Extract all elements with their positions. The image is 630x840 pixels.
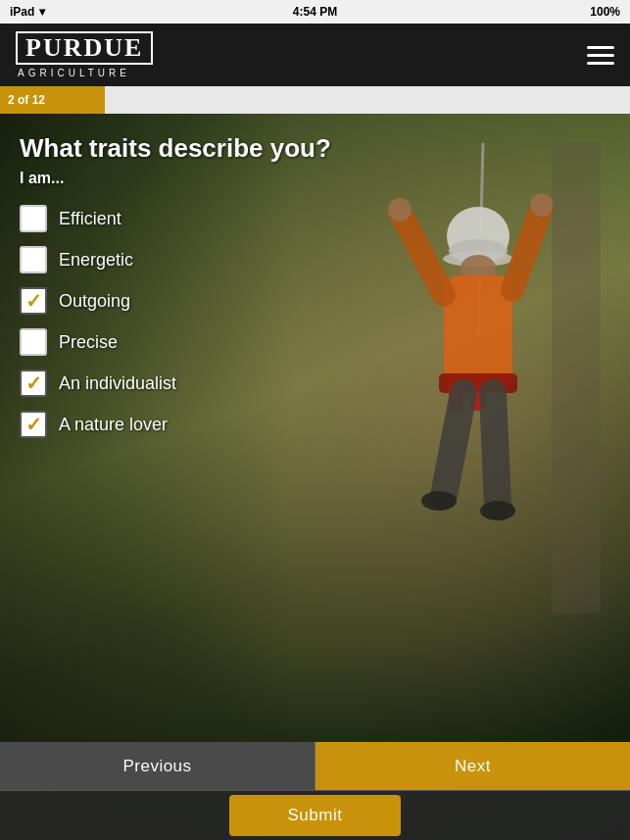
checkbox-precise[interactable] [20, 328, 47, 356]
trait-label-individualist: An individualist [59, 373, 176, 394]
next-button[interactable]: Next [315, 742, 630, 790]
progress-fill: 2 of 12 [0, 86, 105, 114]
trait-label-outgoing: Outgoing [59, 291, 130, 312]
trait-label-precise: Precise [59, 332, 118, 353]
hamburger-line-3 [587, 62, 614, 65]
trait-item-energetic[interactable]: Energetic [20, 246, 610, 273]
hamburger-menu-icon[interactable] [587, 46, 614, 65]
trait-item-nature-lover[interactable]: ✓A nature lover [20, 411, 610, 438]
ipad-label: iPad [10, 5, 34, 19]
nav-row: Previous Next [0, 742, 630, 791]
hamburger-line-2 [587, 54, 614, 57]
main-content: What traits describe you? I am... Effici… [0, 114, 630, 840]
progress-bar-container: 2 of 12 [0, 86, 630, 114]
traits-list: EfficientEnergetic✓OutgoingPrecise✓An in… [20, 205, 610, 438]
logo-area: PURDUE AGRICULTURE [16, 31, 153, 78]
checkbox-outgoing[interactable]: ✓ [20, 287, 47, 315]
checkbox-energetic[interactable] [20, 246, 47, 273]
wifi-icon: ▾ [39, 5, 45, 19]
trait-item-outgoing[interactable]: ✓Outgoing [20, 287, 610, 315]
status-time: 4:54 PM [293, 5, 337, 19]
submit-button[interactable]: Submit [229, 795, 402, 836]
question-title: What traits describe you? [20, 133, 610, 164]
checkbox-efficient[interactable] [20, 205, 47, 232]
logo-subtitle: AGRICULTURE [16, 68, 130, 78]
hamburger-line-1 [587, 46, 614, 49]
checkbox-nature-lover[interactable]: ✓ [20, 411, 47, 438]
trait-label-nature-lover: A nature lover [59, 415, 168, 435]
logo-main: PURDUE [16, 31, 153, 65]
question-area: What traits describe you? I am... Effici… [0, 114, 630, 742]
bottom-buttons: Previous Next Submit [0, 742, 630, 840]
submit-row: Submit [0, 791, 630, 840]
checkmark-nature-lover: ✓ [25, 415, 42, 434]
status-left: iPad ▾ [10, 5, 45, 19]
status-bar: iPad ▾ 4:54 PM 100% [0, 0, 630, 24]
trait-item-individualist[interactable]: ✓An individualist [20, 370, 610, 397]
checkbox-individualist[interactable]: ✓ [20, 370, 47, 397]
progress-label: 2 of 12 [8, 93, 45, 107]
checkmark-outgoing: ✓ [25, 291, 42, 311]
trait-label-energetic: Energetic [59, 250, 133, 271]
trait-item-precise[interactable]: Precise [20, 328, 610, 356]
trait-label-efficient: Efficient [59, 209, 121, 229]
checkmark-individualist: ✓ [25, 373, 42, 393]
app-header: PURDUE AGRICULTURE [0, 24, 630, 86]
trait-item-efficient[interactable]: Efficient [20, 205, 610, 232]
previous-button[interactable]: Previous [0, 742, 315, 790]
question-subtitle: I am... [20, 170, 610, 187]
battery-indicator: 100% [590, 5, 620, 19]
